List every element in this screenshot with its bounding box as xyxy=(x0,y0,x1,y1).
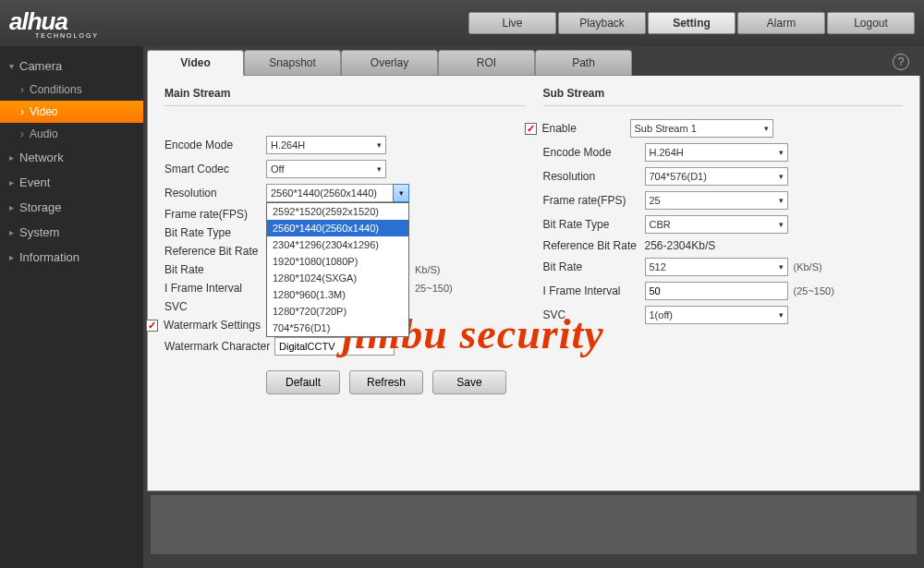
sub-bitrate-type-label: Bit Rate Type xyxy=(543,218,645,231)
tab-roi[interactable]: ROI xyxy=(438,50,535,76)
logo: alhua TECHNOLOGY xyxy=(9,7,468,39)
panel: Main Stream Encode Mode H.264H Smart Cod… xyxy=(147,76,920,491)
bit-rate-type-label: Bit Rate Type xyxy=(164,226,266,239)
main-stream-column: Main Stream Encode Mode H.264H Smart Cod… xyxy=(164,87,525,479)
sidebar-item-audio[interactable]: Audio xyxy=(0,123,143,145)
sub-bitrate-suffix: (Kb/S) xyxy=(794,261,822,272)
sub-framerate-select[interactable]: 25 xyxy=(645,191,788,210)
nav-logout[interactable]: Logout xyxy=(827,12,915,34)
main-stream-title: Main Stream xyxy=(164,87,525,106)
nav-live[interactable]: Live xyxy=(468,12,556,34)
bit-rate-label: Bit Rate xyxy=(164,263,266,276)
sidebar-item-conditions[interactable]: Conditions xyxy=(0,79,143,101)
resolution-dropdown[interactable]: 2592*1520(2592x1520) 2560*1440(2560x1440… xyxy=(266,202,409,337)
frame-rate-label: Frame rate(FPS) xyxy=(164,208,266,221)
sub-iframe-suffix: (25~150) xyxy=(794,285,834,296)
watermark-checkbox[interactable] xyxy=(146,320,158,332)
watermark-char-input[interactable] xyxy=(274,337,395,356)
sub-encode-label: Encode Mode xyxy=(543,146,645,159)
sub-bitrate-label: Bit Rate xyxy=(543,260,645,273)
sub-ref-bitrate-label: Reference Bit Rate xyxy=(543,239,645,252)
resolution-option[interactable]: 1920*1080(1080P) xyxy=(267,253,408,270)
sub-encode-select[interactable]: H.264H xyxy=(645,143,788,162)
resolution-option[interactable]: 704*576(D1) xyxy=(267,320,408,336)
sidebar: Camera Conditions Video Audio Network Ev… xyxy=(0,46,143,568)
content: Video Snapshot Overlay ROI Path ? Main S… xyxy=(143,46,924,568)
tab-snapshot[interactable]: Snapshot xyxy=(244,50,341,76)
sub-iframe-input[interactable] xyxy=(645,282,788,300)
enable-label: Enable xyxy=(542,122,630,135)
sub-bitrate-select[interactable]: 512 xyxy=(645,258,788,276)
sub-resolution-select[interactable]: 704*576(D1) xyxy=(645,167,788,186)
ref-bit-rate-label: Reference Bit Rate xyxy=(164,245,266,258)
resolution-option[interactable]: 2304*1296(2304x1296) xyxy=(267,236,408,253)
sub-framerate-label: Frame rate(FPS) xyxy=(543,194,645,207)
default-button[interactable]: Default xyxy=(266,370,340,394)
sub-ref-bitrate-value: 256-2304Kb/S xyxy=(645,239,716,252)
substream-select[interactable]: Sub Stream 1 xyxy=(630,119,773,138)
sub-svc-select[interactable]: 1(off) xyxy=(645,306,788,324)
nav-alarm[interactable]: Alarm xyxy=(737,12,825,34)
top-nav: Live Playback Setting Alarm Logout xyxy=(468,12,915,34)
header: alhua TECHNOLOGY Live Playback Setting A… xyxy=(0,0,924,46)
resolution-option[interactable]: 2560*1440(2560x1440) xyxy=(267,220,408,236)
encode-mode-select[interactable]: H.264H xyxy=(266,136,386,154)
sub-bitrate-type-select[interactable]: CBR xyxy=(645,215,788,234)
main-container: Camera Conditions Video Audio Network Ev… xyxy=(0,46,924,568)
resolution-value: 2560*1440(2560x1440) xyxy=(266,184,393,202)
footer-bar xyxy=(151,495,917,554)
watermark-settings-label: Watermark Settings xyxy=(164,319,261,332)
tab-overlay[interactable]: Overlay xyxy=(341,50,438,76)
sidebar-item-video[interactable]: Video xyxy=(0,101,143,123)
watermark-char-label: Watermark Character xyxy=(164,340,274,353)
button-row: Default Refresh Save xyxy=(266,370,525,394)
nav-playback[interactable]: Playback xyxy=(558,12,646,34)
svc-label: SVC xyxy=(164,300,266,313)
resolution-option[interactable]: 1280*960(1.3M) xyxy=(267,286,408,303)
help-icon[interactable]: ? xyxy=(893,54,909,70)
resolution-label: Resolution xyxy=(164,187,266,199)
tab-path[interactable]: Path xyxy=(535,50,632,76)
sidebar-system[interactable]: System xyxy=(0,220,143,245)
sub-resolution-label: Resolution xyxy=(543,170,645,183)
save-button[interactable]: Save xyxy=(432,370,506,394)
logo-text: alhua xyxy=(9,7,67,35)
sidebar-event[interactable]: Event xyxy=(0,170,143,195)
sidebar-network[interactable]: Network xyxy=(0,145,143,170)
smart-codec-select[interactable]: Off xyxy=(266,160,386,178)
sidebar-information[interactable]: Information xyxy=(0,245,143,270)
sidebar-camera[interactable]: Camera xyxy=(0,54,143,79)
iframe-suffix: 25~150) xyxy=(415,283,453,294)
sub-svc-label: SVC xyxy=(543,308,645,321)
sidebar-storage[interactable]: Storage xyxy=(0,195,143,220)
resolution-option[interactable]: 1280*720(720P) xyxy=(267,303,408,320)
nav-setting[interactable]: Setting xyxy=(648,12,736,34)
resolution-dropdown-button[interactable] xyxy=(393,184,409,202)
resolution-option[interactable]: 1280*1024(SXGA) xyxy=(267,270,408,286)
enable-checkbox[interactable] xyxy=(525,123,537,135)
bit-rate-suffix: Kb/S) xyxy=(415,264,441,275)
tab-video[interactable]: Video xyxy=(147,50,244,76)
sub-stream-column: Sub Stream Enable Sub Stream 1 Encode Mo… xyxy=(543,87,904,479)
resolution-option[interactable]: 2592*1520(2592x1520) xyxy=(267,203,408,220)
refresh-button[interactable]: Refresh xyxy=(349,370,423,394)
sub-stream-title: Sub Stream xyxy=(543,87,904,106)
smart-codec-label: Smart Codec xyxy=(164,163,266,175)
logo-subtext: TECHNOLOGY xyxy=(35,32,468,39)
sub-iframe-label: I Frame Interval xyxy=(543,284,645,297)
tab-row: Video Snapshot Overlay ROI Path ? xyxy=(147,50,920,76)
encode-mode-label: Encode Mode xyxy=(164,139,266,151)
iframe-label: I Frame Interval xyxy=(164,282,266,295)
